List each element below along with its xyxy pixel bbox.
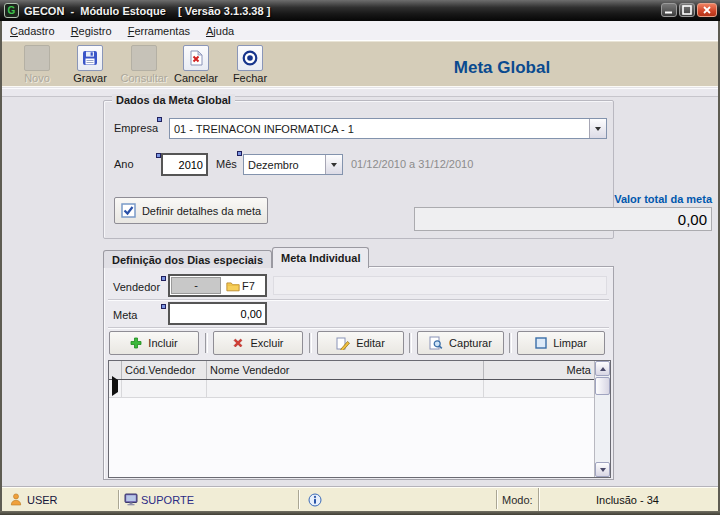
status-modo-label: Modo: (502, 494, 533, 506)
tab-strip: Definição dos Dias especiais Meta Indivi… (103, 247, 369, 268)
excluir-label: Excluir (250, 337, 283, 349)
capturar-button[interactable]: Capturar (417, 331, 504, 355)
folder-icon (226, 280, 240, 292)
minimize-button[interactable] (661, 3, 677, 17)
required-marker-icon (161, 276, 166, 281)
current-row-marker-icon (112, 376, 118, 396)
editar-label: Editar (356, 337, 385, 349)
screen-title: Meta Global (382, 58, 622, 78)
mes-label: Mês (216, 158, 237, 170)
table-empty-area (109, 398, 594, 477)
toolbar-button-novo: Novo (10, 45, 64, 87)
toolbar-button-novo-label: Novo (24, 72, 50, 84)
toolbar: Novo Gravar Consultar Cancelar Fechar Me… (2, 41, 718, 87)
chevron-down-icon (595, 127, 601, 134)
excluir-button[interactable]: Excluir (213, 331, 303, 355)
app-window: G GECON - Módulo Estoque [ Versão 3.1.3.… (0, 0, 720, 515)
actions-bar: Incluir Excluir Editar Capturar (108, 331, 611, 357)
toolbar-button-cancelar[interactable]: Cancelar (169, 45, 223, 87)
vendedor-lookup-field[interactable]: - F7 (168, 274, 267, 297)
edit-pencil-icon (336, 336, 350, 350)
app-icon: G (4, 3, 19, 18)
window-border-bottom (0, 511, 720, 515)
meta-input[interactable] (168, 302, 267, 325)
vendedor-f7-label: F7 (242, 280, 255, 292)
close-icon (702, 5, 712, 15)
table-header-nome-vendedor[interactable]: Nome Vendedor (207, 361, 484, 379)
close-button[interactable] (697, 3, 717, 17)
separator (205, 333, 208, 353)
empresa-combobox[interactable]: 01 - TREINACON INFORMATICA - 1 (169, 118, 607, 139)
status-divider (118, 490, 120, 509)
scroll-down-button[interactable] (595, 462, 610, 477)
limpar-button[interactable]: Limpar (517, 331, 605, 355)
vendedor-row: Vendedor - F7 (108, 272, 609, 300)
periodo-text: 01/12/2010 a 31/12/2010 (351, 158, 473, 170)
triangle-up-icon (600, 364, 606, 371)
meta-individual-panel: Vendedor - F7 Meta In (103, 266, 614, 480)
required-marker-icon (157, 117, 162, 122)
empresa-label: Empresa (114, 122, 158, 134)
mes-dropdown-button[interactable] (325, 155, 342, 174)
table-row[interactable] (109, 380, 594, 398)
vendedores-table: Cód.Vendedor Nome Vendedor Meta (108, 360, 611, 478)
scrollbar-track[interactable] (595, 395, 610, 462)
scroll-up-button[interactable] (595, 361, 610, 376)
info-icon[interactable] (308, 493, 322, 507)
separator (409, 333, 412, 353)
toolbar-button-gravar[interactable]: Gravar (63, 45, 117, 87)
capturar-label: Capturar (449, 337, 492, 349)
toolbar-button-gravar-label: Gravar (73, 72, 107, 84)
required-marker-icon (237, 151, 242, 156)
menu-ajuda[interactable]: Ajuda (198, 23, 242, 39)
status-bar: USER SUPORTE Modo: Inclusão - 34 (2, 487, 718, 511)
scrollbar-thumb[interactable] (595, 377, 610, 395)
toolbar-edge-strip (2, 88, 718, 97)
menu-ferramentas[interactable]: Ferramentas (120, 23, 198, 39)
empresa-dropdown-button[interactable] (589, 119, 606, 138)
row-selector-cell (109, 380, 122, 397)
title-bar: G GECON - Módulo Estoque [ Versão 3.1.3.… (0, 0, 720, 21)
mes-combobox[interactable]: Dezembro (243, 154, 343, 175)
window-title: GECON - Módulo Estoque [ Versão 3.1.3.38… (24, 5, 270, 17)
table-header-cod-vendedor[interactable]: Cód.Vendedor (122, 361, 207, 379)
valor-total-label: Valor total da meta (414, 193, 712, 205)
cell-meta (484, 380, 594, 397)
table-content: Cód.Vendedor Nome Vendedor Meta (109, 361, 594, 477)
menu-registro[interactable]: Registro (63, 23, 120, 39)
groupbox-title: Dados da Meta Global (112, 94, 235, 106)
incluir-button[interactable]: Incluir (109, 331, 199, 355)
table-header: Cód.Vendedor Nome Vendedor Meta (109, 361, 594, 380)
maximize-button[interactable] (679, 3, 695, 17)
editar-button[interactable]: Editar (317, 331, 404, 355)
separator (509, 333, 512, 353)
vertical-scrollbar[interactable] (594, 361, 610, 477)
limpar-label: Limpar (553, 337, 587, 349)
user-icon (10, 493, 22, 506)
ano-input[interactable] (161, 153, 208, 176)
toolbar-button-fechar[interactable]: Fechar (223, 45, 277, 87)
vendedor-code-value: - (171, 277, 221, 294)
empresa-value: 01 - TREINACON INFORMATICA - 1 (170, 123, 589, 135)
vendedor-f7-button[interactable]: F7 (226, 280, 255, 292)
menu-cadastro[interactable]: Cadastro (2, 23, 63, 39)
menu-bar: Cadastro Registro Ferramentas Ajuda (2, 21, 718, 41)
vendedor-label: Vendedor (113, 281, 160, 293)
cell-cod-vendedor (122, 380, 207, 397)
toolbar-button-consultar: Consultar (117, 45, 171, 87)
status-divider (496, 490, 498, 509)
tab-definicao-dias-especiais[interactable]: Definição dos Dias especiais (103, 250, 272, 268)
table-header-meta[interactable]: Meta (484, 361, 594, 379)
definir-detalhes-label: Definir detalhes da meta (142, 205, 261, 217)
close-power-icon (237, 45, 263, 71)
status-divider (298, 490, 300, 509)
toolbar-button-cancelar-label: Cancelar (174, 72, 218, 84)
new-icon (24, 45, 50, 71)
tab-meta-individual[interactable]: Meta Individual (272, 247, 369, 268)
meta-row: Meta (108, 300, 609, 328)
window-border-left (0, 21, 2, 515)
definir-detalhes-button[interactable]: Definir detalhes da meta (114, 197, 268, 224)
checkbox-icon (121, 203, 136, 218)
vendedor-name-display (273, 276, 607, 295)
capture-magnifier-icon (429, 336, 443, 350)
